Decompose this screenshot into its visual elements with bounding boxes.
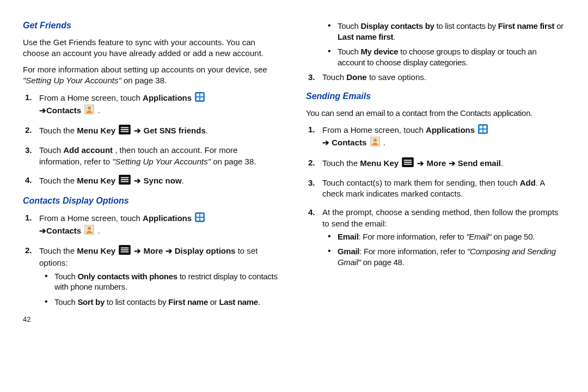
arrow: ➔	[134, 246, 143, 255]
text: Touch	[338, 21, 360, 30]
step-1: 1. From a Home screen, touch Application…	[39, 92, 282, 118]
page-number: 42	[23, 315, 282, 324]
contacts-icon	[370, 137, 380, 149]
contacts-label: Contacts	[46, 105, 81, 114]
ref-setting-up-accounts: "Setting Up Your Accounts"	[23, 76, 121, 85]
text: .	[393, 32, 395, 41]
step-2: 2. Touch the Menu Key ➔ More ➔ Display o…	[39, 245, 282, 307]
right-column: Touch Display contacts by to list contac…	[306, 16, 565, 381]
more-label: More	[144, 246, 163, 255]
step-2: 2. Touch the Menu Key ➔ Get SNS friends.	[39, 125, 282, 137]
my-device-label: My device	[360, 47, 398, 56]
step-2: 2. Touch the Menu Key ➔ More ➔ Send emai…	[322, 157, 565, 170]
menu-key-icon	[119, 245, 131, 258]
text: .	[383, 138, 385, 147]
text: Touch the	[39, 175, 77, 185]
text: .	[98, 105, 100, 114]
bullet-display-contacts-by: Touch Display contacts by to list contac…	[338, 21, 565, 42]
arrow: ➔	[166, 246, 175, 255]
arrow: ➔	[417, 158, 426, 167]
done-label: Done	[346, 72, 367, 82]
menu-key-icon	[402, 157, 414, 170]
contacts-icon	[84, 225, 94, 237]
menu-key-label: Menu Key	[77, 126, 115, 135]
get-friends-intro: Use the Get Friends feature to sync with…	[23, 37, 282, 59]
heading-sending-emails: Sending Emails	[306, 90, 565, 102]
arrow: ➔	[134, 126, 143, 135]
add-label: Add	[520, 178, 536, 187]
step-3: 3. Touch contact(s) to mark them for sen…	[322, 177, 565, 200]
display-options-bullets-continued: Touch Display contacts by to list contac…	[306, 21, 565, 68]
text: Touch	[54, 297, 77, 307]
step-4: 4. Touch the Menu Key ➔ Sync now.	[39, 175, 282, 187]
text: : For more information, refer to	[359, 232, 467, 241]
step-3: 3. Touch Done to save options.	[322, 72, 565, 83]
contacts-label: Contacts	[332, 138, 366, 147]
text: : For more information, refer to	[359, 247, 467, 256]
sort-by-label: Sort by	[77, 297, 105, 307]
applications-label: Applications	[426, 125, 475, 134]
text: on page 50.	[491, 232, 535, 241]
applications-icon	[195, 92, 205, 105]
heading-get-friends: Get Friends	[23, 20, 282, 32]
arrow: ➔	[39, 105, 46, 114]
menu-key-icon	[119, 175, 131, 187]
text: .	[98, 226, 100, 235]
gmail-label: Gmail	[338, 247, 359, 256]
text: For more information about setting up ac…	[23, 65, 267, 74]
text: .	[501, 158, 503, 167]
get-friends-steps: 1. From a Home screen, touch Application…	[23, 92, 282, 188]
text: Touch	[338, 47, 360, 56]
text: .	[258, 297, 260, 307]
bullet-email: Email: For more information, refer to "E…	[338, 231, 565, 242]
ref-setting-up-accounts: "Setting Up Your Accounts"	[112, 157, 211, 166]
only-contacts-with-phones: Only contacts with phones	[77, 272, 177, 281]
text: .	[206, 126, 208, 135]
bullet-gmail: Gmail: For more information, refer to "C…	[338, 246, 565, 267]
step-1: 1. From a Home screen, touch Application…	[39, 212, 282, 238]
text: on page 38.	[124, 76, 167, 85]
text: Touch	[322, 72, 346, 82]
text: Touch the	[39, 126, 77, 135]
text: on page 38.	[213, 157, 256, 166]
step-3: 3. Touch Add account , then touch an acc…	[39, 145, 282, 167]
menu-key-label: Menu Key	[77, 246, 115, 255]
menu-key-label: Menu Key	[77, 175, 115, 185]
applications-icon	[195, 212, 205, 225]
send-method-bullets: Email: For more information, refer to "E…	[322, 231, 565, 268]
text: Touch the	[322, 158, 360, 167]
text: .	[182, 175, 184, 185]
step-1: 1. From a Home screen, touch Application…	[322, 124, 565, 150]
text: or	[556, 21, 564, 30]
applications-icon	[478, 124, 488, 137]
bullet-sort-by: Touch Sort by to list contacts by First …	[54, 297, 282, 308]
display-options-bullets: Touch Only contacts with phones to restr…	[39, 271, 282, 308]
send-email-label: Send email	[458, 158, 501, 167]
left-column: Get Friends Use the Get Friends feature …	[23, 16, 282, 381]
contacts-label: Contacts	[46, 226, 81, 235]
text: or	[210, 297, 219, 307]
applications-label: Applications	[143, 93, 192, 102]
text: From a Home screen, touch	[39, 213, 143, 222]
text: to save options.	[369, 72, 426, 82]
text: Touch contact(s) to mark them for sendin…	[322, 178, 520, 187]
text: on page 48.	[361, 258, 405, 267]
first-name-first-label: First name first	[498, 21, 555, 30]
text: to list contacts by	[107, 297, 168, 307]
step-4: 4. At the prompt, choose a sending metho…	[322, 207, 565, 267]
bullet-my-device: Touch My device to choose groups to disp…	[338, 46, 565, 68]
last-name-first-label: Last name first	[338, 32, 393, 41]
contacts-icon	[84, 105, 94, 117]
text: At the prompt, choose a sending method, …	[322, 207, 559, 228]
sync-now-label: Sync now	[144, 175, 182, 185]
get-friends-moreinfo: For more information about setting up ac…	[23, 64, 282, 87]
add-account-label: Add account	[63, 145, 113, 155]
email-label: Email	[338, 232, 359, 241]
more-label: More	[427, 158, 446, 167]
text: From a Home screen, touch	[39, 93, 143, 102]
menu-key-label: Menu Key	[360, 158, 399, 167]
applications-label: Applications	[143, 213, 192, 222]
manual-page: Get Friends Use the Get Friends feature …	[0, 0, 588, 392]
display-options-label: Display options	[175, 246, 236, 255]
text: From a Home screen, touch	[322, 125, 426, 134]
